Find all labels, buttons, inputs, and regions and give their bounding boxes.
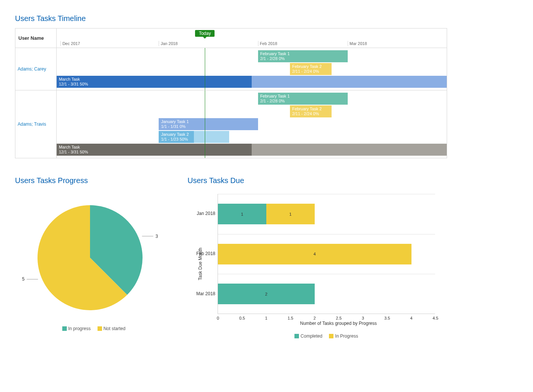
due-bar-segment[interactable]: 4 <box>218 244 411 264</box>
due-xaxis-title: Number of Tasks grouped by Progress <box>300 321 377 326</box>
gantt-task-bar[interactable]: March Task12/1 - 3/31 50% <box>57 144 447 156</box>
gantt-user-link[interactable]: Adams; Travis <box>15 90 57 158</box>
legend-item[interactable]: In Progress <box>329 333 358 339</box>
due-title: Users Tasks Due <box>188 176 465 185</box>
gantt-lanes: February Task 12/1 - 2/28 0%February Tas… <box>57 48 447 90</box>
pie-slice-label: 3 <box>156 234 158 239</box>
progress-pie: 35 <box>15 190 165 318</box>
due-bar-segment[interactable]: 2 <box>218 284 315 304</box>
due-xtick-label: 0 <box>217 316 219 320</box>
gantt-row: Adams; TravisFebruary Task 12/1 - 2/28 0… <box>15 90 447 158</box>
due-xtick-label: 0.5 <box>239 316 245 320</box>
due-bar-row: 4 <box>218 234 435 274</box>
timeline-title: Users Tasks Timeline <box>15 14 518 23</box>
due-bar-chart: Task Due Month 114200.511.522.533.544.5 … <box>188 190 443 325</box>
legend-swatch <box>329 334 333 338</box>
gantt-axis-tick: Mar 2018 <box>348 41 367 46</box>
due-xtick-label: 1.5 <box>288 316 293 320</box>
gantt-axis-tick: Dec 2017 <box>60 41 80 46</box>
legend-item[interactable]: Not started <box>98 326 126 331</box>
gantt-header: User Name Today Dec 2017Jan 2018Feb 2018… <box>15 29 447 48</box>
due-legend: CompletedIn Progress <box>188 333 465 339</box>
gantt-task-bar[interactable]: February Task 12/1 - 2/28 0% <box>258 93 348 105</box>
due-bar-segment[interactable]: 1 <box>218 204 266 224</box>
gantt-task-bar[interactable]: February Task 22/11 - 2/24 0% <box>290 63 332 75</box>
due-bar-row: 2 <box>218 274 435 314</box>
gantt-row: Adams; CareyFebruary Task 12/1 - 2/28 0%… <box>15 48 447 90</box>
legend-item[interactable]: Completed <box>294 333 322 339</box>
timeline-gantt: User Name Today Dec 2017Jan 2018Feb 2018… <box>15 28 447 158</box>
due-xtick-label: 3 <box>362 316 364 320</box>
due-xtick-label: 4.5 <box>432 316 438 320</box>
due-bar-segment[interactable]: 1 <box>266 204 315 224</box>
gantt-user-link[interactable]: Adams; Carey <box>15 48 57 90</box>
gantt-task-bar[interactable]: February Task 12/1 - 2/28 0% <box>258 50 348 62</box>
pie-slice-label: 5 <box>22 276 25 282</box>
gantt-body: Adams; CareyFebruary Task 12/1 - 2/28 0%… <box>15 48 447 158</box>
progress-legend: In progressNot started <box>15 326 173 331</box>
due-ytick-label: Jan 2018 <box>188 211 215 216</box>
gantt-task-bar[interactable]: March Task12/1 - 3/31 50% <box>57 76 447 88</box>
gantt-task-bar[interactable]: January Task 11/1 - 1/31 0% <box>159 118 258 130</box>
legend-swatch <box>294 334 299 338</box>
legend-swatch <box>62 326 67 331</box>
due-ytick-label: Feb 2018 <box>188 251 215 256</box>
due-xtick-label: 2 <box>314 316 316 320</box>
legend-swatch <box>98 326 102 331</box>
gantt-task-bar[interactable]: January Task 21/1 - 1/23 50% <box>159 131 229 143</box>
progress-title: Users Tasks Progress <box>15 176 173 185</box>
gantt-axis-tick: Jan 2018 <box>159 41 177 46</box>
due-ytick-label: Mar 2018 <box>188 291 215 296</box>
due-bar-row: 11 <box>218 194 435 234</box>
gantt-time-axis: Today Dec 2017Jan 2018Feb 2018Mar 2018 <box>57 29 447 48</box>
gantt-task-bar[interactable]: February Task 22/11 - 2/24 0% <box>290 105 332 117</box>
due-xtick-label: 4 <box>410 316 412 320</box>
due-xtick-label: 3.5 <box>384 316 390 320</box>
gantt-axis-tick: Feb 2018 <box>258 41 277 46</box>
gantt-lanes: February Task 12/1 - 2/28 0%February Tas… <box>57 90 447 158</box>
gantt-today-badge: Today <box>195 30 215 37</box>
gantt-corner-label: User Name <box>15 29 57 48</box>
legend-item[interactable]: In progress <box>62 326 91 331</box>
due-xtick-label: 1 <box>265 316 267 320</box>
due-xtick-label: 2.5 <box>336 316 342 320</box>
